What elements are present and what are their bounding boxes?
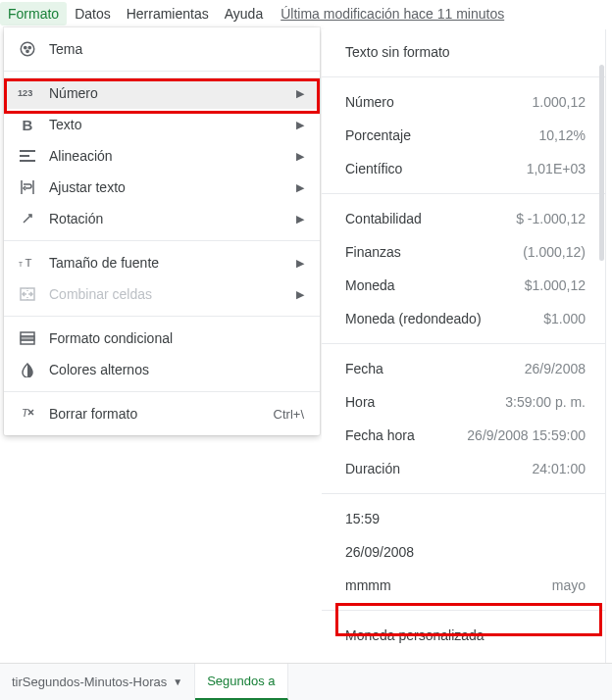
menuitem-label: Formato condicional	[49, 330, 304, 346]
submenu-value: 26/9/2008 15:59:00	[467, 427, 586, 443]
menuitem-formato-condicional[interactable]: Formato condicional	[4, 323, 320, 354]
separator	[4, 71, 320, 72]
separator	[322, 193, 605, 194]
separator	[322, 493, 605, 494]
chevron-right-icon: ▶	[296, 257, 304, 270]
sheet-tab-2[interactable]: Segundos a	[195, 664, 287, 700]
merge-icon	[18, 284, 37, 304]
menuitem-label: Combinar celdas	[49, 286, 296, 302]
submenu-label: Número	[345, 94, 533, 110]
chevron-down-icon: ▼	[173, 676, 182, 687]
submenu-value: 26/9/2008	[525, 361, 586, 376]
wrap-icon	[18, 177, 37, 197]
submenu-value: mayo	[552, 577, 586, 593]
scrollbar-thumb[interactable]	[599, 65, 604, 261]
menu-datos[interactable]: Datos	[67, 2, 119, 25]
theme-icon	[18, 39, 37, 59]
menuitem-texto[interactable]: B Texto ▶	[4, 109, 320, 140]
submenu-contabilidad[interactable]: Contabilidad $ -1.000,12	[322, 202, 605, 235]
chevron-right-icon: ▶	[296, 119, 304, 131]
submenu-label: Hora	[345, 394, 505, 410]
submenu-hora[interactable]: Hora 3:59:00 p. m.	[322, 385, 605, 419]
menuitem-borrar-formato[interactable]: T Borrar formato Ctrl+\	[4, 398, 320, 429]
submenu-label: Texto sin formato	[345, 44, 586, 60]
submenu-label: Finanzas	[345, 244, 523, 260]
submenu-moneda[interactable]: Moneda $1.000,12	[322, 269, 605, 302]
submenu-label: Científico	[345, 161, 527, 176]
menu-ayuda[interactable]: Ayuda	[217, 2, 271, 25]
number-icon: 123	[18, 83, 37, 103]
submenu-numero[interactable]: Número 1.000,12	[322, 85, 605, 119]
align-icon	[18, 146, 37, 166]
svg-rect-18	[21, 336, 34, 340]
separator	[322, 343, 605, 344]
svg-text:123: 123	[18, 88, 32, 98]
submenu-value: $1.000	[543, 311, 586, 326]
chevron-right-icon: ▶	[296, 87, 304, 100]
menuitem-tamano-fuente[interactable]: TT Tamaño de fuente ▶	[4, 247, 320, 278]
submenu-value: $ -1.000,12	[516, 211, 586, 226]
svg-point-1	[25, 46, 26, 48]
menuitem-label: Texto	[49, 117, 296, 132]
menuitem-label: Borrar formato	[49, 406, 274, 422]
menuitem-label: Colores alternos	[49, 362, 304, 377]
altcolor-icon	[18, 360, 37, 379]
svg-text:T: T	[19, 261, 23, 268]
submenu-label: Fecha hora	[345, 427, 467, 443]
submenu-label: Porcentaje	[345, 127, 539, 143]
sheet-tabs: tirSegundos-Minutos-Horas ▼ Segundos a	[0, 663, 612, 700]
menuitem-numero[interactable]: 123 Número ▶	[4, 77, 320, 109]
format-dropdown: Tema 123 Número ▶ B Texto ▶ Alineación ▶…	[4, 27, 320, 435]
menuitem-ajustar-texto[interactable]: Ajustar texto ▶	[4, 172, 320, 203]
submenu-moneda-redondeado[interactable]: Moneda (redondeado) $1.000	[322, 302, 605, 335]
submenu-value: 3:59:00 p. m.	[505, 394, 586, 410]
sheet-tab-1[interactable]: tirSegundos-Minutos-Horas ▼	[0, 664, 195, 700]
menuitem-colores-alternos[interactable]: Colores alternos	[4, 354, 320, 385]
menuitem-rotacion[interactable]: Rotación ▶	[4, 203, 320, 234]
rotate-icon	[18, 209, 37, 228]
svg-point-2	[28, 46, 30, 48]
menuitem-label: Rotación	[49, 211, 296, 226]
submenu-label: mmmm	[345, 577, 552, 593]
tab-label: tirSegundos-Minutos-Horas	[12, 675, 167, 689]
svg-point-0	[21, 42, 34, 56]
menuitem-label: Ajustar texto	[49, 179, 296, 195]
submenu-value: $1.000,12	[525, 277, 586, 293]
submenu-value: 24:01:00	[533, 461, 586, 476]
chevron-right-icon: ▶	[296, 213, 304, 225]
menuitem-alineacion[interactable]: Alineación ▶	[4, 140, 320, 172]
submenu-label: Moneda (redondeado)	[345, 311, 543, 326]
submenu-value: (1.000,12)	[523, 244, 586, 260]
submenu-label: Moneda personalizada	[345, 627, 586, 643]
submenu-custom2[interactable]: 26/09/2008	[322, 535, 605, 569]
chevron-right-icon: ▶	[296, 150, 304, 163]
conditional-icon	[18, 328, 37, 348]
menuitem-tema[interactable]: Tema	[4, 33, 320, 65]
menuitem-label: Tamaño de fuente	[49, 255, 296, 271]
submenu-label: 15:59	[345, 511, 586, 526]
submenu-fecha[interactable]: Fecha 26/9/2008	[322, 352, 605, 385]
submenu-porcentaje[interactable]: Porcentaje 10,12%	[322, 119, 605, 152]
menubar: Formato Datos Herramientas Ayuda Última …	[0, 0, 612, 27]
menu-formato[interactable]: Formato	[0, 2, 67, 25]
menu-herramientas[interactable]: Herramientas	[119, 2, 217, 25]
submenu-fecha-hora[interactable]: Fecha hora 26/9/2008 15:59:00	[322, 419, 605, 452]
submenu-duracion[interactable]: Duración 24:01:00	[322, 452, 605, 485]
submenu-finanzas[interactable]: Finanzas (1.000,12)	[322, 235, 605, 269]
menuitem-label: Número	[49, 85, 296, 101]
submenu-moneda-personalizada[interactable]: Moneda personalizada	[322, 619, 605, 652]
fontsize-icon: TT	[18, 253, 37, 273]
submenu-custom1[interactable]: 15:59	[322, 502, 605, 535]
last-modified-link[interactable]: Última modificación hace 11 minutos	[280, 6, 504, 22]
menuitem-label: Alineación	[49, 148, 296, 164]
separator	[322, 610, 605, 611]
submenu-label: Moneda	[345, 277, 525, 293]
menuitem-combinar-celdas: Combinar celdas ▶	[4, 278, 320, 310]
separator	[4, 240, 320, 241]
chevron-right-icon: ▶	[296, 288, 304, 301]
submenu-custom3[interactable]: mmmm mayo	[322, 569, 605, 602]
submenu-label: Fecha	[345, 361, 525, 376]
chevron-right-icon: ▶	[296, 181, 304, 194]
submenu-texto-sin-formato[interactable]: Texto sin formato	[322, 35, 605, 69]
submenu-cientifico[interactable]: Científico 1,01E+03	[322, 152, 605, 185]
